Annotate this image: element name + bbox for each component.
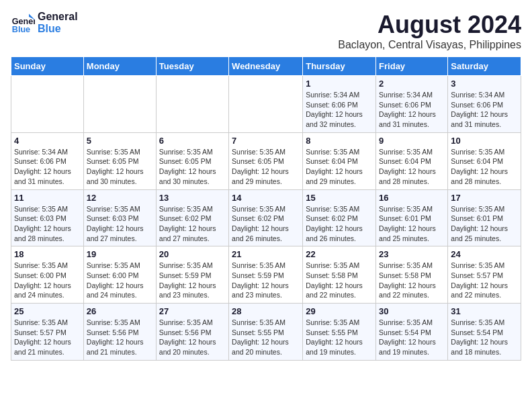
day-cell: 21Sunrise: 5:35 AM Sunset: 5:59 PM Dayli…: [229, 246, 303, 304]
day-cell: 6Sunrise: 5:35 AM Sunset: 6:05 PM Daylig…: [156, 132, 228, 189]
day-info: Sunrise: 5:35 AM Sunset: 6:05 PM Dayligh…: [232, 147, 300, 187]
day-info: Sunrise: 5:34 AM Sunset: 6:06 PM Dayligh…: [451, 90, 518, 130]
day-number: 23: [379, 249, 445, 259]
day-info: Sunrise: 5:35 AM Sunset: 6:05 PM Dayligh…: [159, 147, 226, 187]
day-info: Sunrise: 5:35 AM Sunset: 5:55 PM Dayligh…: [306, 318, 373, 357]
day-cell: 16Sunrise: 5:35 AM Sunset: 6:01 PM Dayli…: [376, 189, 448, 246]
day-cell: 22Sunrise: 5:35 AM Sunset: 5:58 PM Dayli…: [303, 246, 376, 304]
day-number: 20: [159, 249, 226, 259]
day-cell: 20Sunrise: 5:35 AM Sunset: 5:59 PM Dayli…: [156, 246, 228, 304]
day-number: 26: [87, 306, 153, 316]
day-number: 28: [232, 306, 300, 316]
day-cell: 15Sunrise: 5:35 AM Sunset: 6:02 PM Dayli…: [303, 189, 376, 246]
day-number: 19: [87, 249, 153, 259]
day-cell: 13Sunrise: 5:35 AM Sunset: 6:02 PM Dayli…: [156, 189, 228, 246]
week-row-5: 25Sunrise: 5:35 AM Sunset: 5:57 PM Dayli…: [11, 304, 521, 361]
day-number: 1: [306, 79, 373, 89]
day-cell: 24Sunrise: 5:35 AM Sunset: 5:57 PM Dayli…: [448, 246, 521, 304]
day-info: Sunrise: 5:35 AM Sunset: 6:01 PM Dayligh…: [379, 204, 445, 244]
day-number: 6: [159, 136, 226, 146]
day-cell: 9Sunrise: 5:35 AM Sunset: 6:04 PM Daylig…: [376, 132, 448, 189]
day-number: 18: [14, 249, 81, 259]
day-number: 13: [159, 193, 226, 203]
header-friday: Friday: [376, 57, 448, 76]
day-info: Sunrise: 5:35 AM Sunset: 6:05 PM Dayligh…: [87, 147, 153, 187]
day-number: 16: [379, 193, 445, 203]
day-info: Sunrise: 5:35 AM Sunset: 6:03 PM Dayligh…: [14, 204, 81, 244]
day-number: 8: [306, 136, 373, 146]
day-cell: [83, 76, 156, 133]
day-number: 21: [232, 249, 300, 259]
day-cell: [11, 76, 84, 133]
day-info: Sunrise: 5:34 AM Sunset: 6:06 PM Dayligh…: [306, 90, 373, 130]
day-cell: 31Sunrise: 5:35 AM Sunset: 5:54 PM Dayli…: [448, 304, 521, 361]
logo-line1: General: [38, 11, 78, 23]
day-info: Sunrise: 5:35 AM Sunset: 6:01 PM Dayligh…: [451, 204, 518, 244]
day-number: 22: [306, 249, 373, 259]
day-cell: 30Sunrise: 5:35 AM Sunset: 5:54 PM Dayli…: [376, 304, 448, 361]
day-number: 24: [451, 249, 518, 259]
day-info: Sunrise: 5:35 AM Sunset: 6:02 PM Dayligh…: [306, 204, 373, 244]
day-info: Sunrise: 5:35 AM Sunset: 6:02 PM Dayligh…: [232, 204, 300, 244]
logo: General Blue General Blue: [11, 11, 78, 35]
day-info: Sunrise: 5:35 AM Sunset: 5:57 PM Dayligh…: [451, 261, 518, 300]
day-info: Sunrise: 5:35 AM Sunset: 6:04 PM Dayligh…: [306, 147, 373, 187]
day-number: 7: [232, 136, 300, 146]
day-number: 12: [87, 193, 153, 203]
day-cell: 18Sunrise: 5:35 AM Sunset: 6:00 PM Dayli…: [11, 246, 84, 304]
day-cell: 10Sunrise: 5:35 AM Sunset: 6:04 PM Dayli…: [448, 132, 521, 189]
day-info: Sunrise: 5:35 AM Sunset: 6:03 PM Dayligh…: [87, 204, 153, 244]
day-cell: [156, 76, 228, 133]
day-info: Sunrise: 5:35 AM Sunset: 5:56 PM Dayligh…: [87, 318, 153, 357]
day-cell: 12Sunrise: 5:35 AM Sunset: 6:03 PM Dayli…: [83, 189, 156, 246]
day-cell: 27Sunrise: 5:35 AM Sunset: 5:56 PM Dayli…: [156, 304, 228, 361]
day-number: 9: [379, 136, 445, 146]
day-cell: 23Sunrise: 5:35 AM Sunset: 5:58 PM Dayli…: [376, 246, 448, 304]
calendar-table: SundayMondayTuesdayWednesdayThursdayFrid…: [11, 56, 521, 361]
day-info: Sunrise: 5:35 AM Sunset: 5:55 PM Dayligh…: [232, 318, 300, 357]
day-number: 17: [451, 193, 518, 203]
day-cell: 1Sunrise: 5:34 AM Sunset: 6:06 PM Daylig…: [303, 76, 376, 133]
day-cell: 14Sunrise: 5:35 AM Sunset: 6:02 PM Dayli…: [229, 189, 303, 246]
day-cell: 26Sunrise: 5:35 AM Sunset: 5:56 PM Dayli…: [83, 304, 156, 361]
day-info: Sunrise: 5:35 AM Sunset: 6:04 PM Dayligh…: [379, 147, 445, 187]
header-wednesday: Wednesday: [229, 57, 303, 76]
day-info: Sunrise: 5:34 AM Sunset: 6:06 PM Dayligh…: [14, 147, 81, 187]
day-info: Sunrise: 5:35 AM Sunset: 5:59 PM Dayligh…: [159, 261, 226, 300]
header-saturday: Saturday: [448, 57, 521, 76]
day-cell: 25Sunrise: 5:35 AM Sunset: 5:57 PM Dayli…: [11, 304, 84, 361]
day-number: 11: [14, 193, 81, 203]
week-row-2: 4Sunrise: 5:34 AM Sunset: 6:06 PM Daylig…: [11, 132, 521, 189]
header-monday: Monday: [83, 57, 156, 76]
day-number: 14: [232, 193, 300, 203]
week-row-4: 18Sunrise: 5:35 AM Sunset: 6:00 PM Dayli…: [11, 246, 521, 304]
title-area: August 2024 Baclayon, Central Visayas, P…: [338, 11, 521, 51]
day-info: Sunrise: 5:35 AM Sunset: 5:58 PM Dayligh…: [379, 261, 445, 300]
day-number: 31: [451, 306, 518, 316]
header-sunday: Sunday: [11, 57, 84, 76]
week-row-3: 11Sunrise: 5:35 AM Sunset: 6:03 PM Dayli…: [11, 189, 521, 246]
day-info: Sunrise: 5:35 AM Sunset: 5:58 PM Dayligh…: [306, 261, 373, 300]
day-cell: 11Sunrise: 5:35 AM Sunset: 6:03 PM Dayli…: [11, 189, 84, 246]
header-thursday: Thursday: [303, 57, 376, 76]
day-number: 27: [159, 306, 226, 316]
day-info: Sunrise: 5:35 AM Sunset: 5:57 PM Dayligh…: [14, 318, 81, 357]
day-info: Sunrise: 5:35 AM Sunset: 5:59 PM Dayligh…: [232, 261, 300, 300]
calendar-header-row: SundayMondayTuesdayWednesdayThursdayFrid…: [11, 57, 521, 76]
day-cell: 2Sunrise: 5:34 AM Sunset: 6:06 PM Daylig…: [376, 76, 448, 133]
day-info: Sunrise: 5:35 AM Sunset: 5:56 PM Dayligh…: [159, 318, 226, 357]
day-cell: 29Sunrise: 5:35 AM Sunset: 5:55 PM Dayli…: [303, 304, 376, 361]
main-title: August 2024: [338, 11, 521, 39]
day-info: Sunrise: 5:35 AM Sunset: 6:00 PM Dayligh…: [14, 261, 81, 300]
logo-line2: Blue: [38, 23, 78, 35]
week-row-1: 1Sunrise: 5:34 AM Sunset: 6:06 PM Daylig…: [11, 76, 521, 133]
day-cell: 4Sunrise: 5:34 AM Sunset: 6:06 PM Daylig…: [11, 132, 84, 189]
day-cell: 19Sunrise: 5:35 AM Sunset: 6:00 PM Dayli…: [83, 246, 156, 304]
day-cell: 3Sunrise: 5:34 AM Sunset: 6:06 PM Daylig…: [448, 76, 521, 133]
day-number: 29: [306, 306, 373, 316]
header-tuesday: Tuesday: [156, 57, 228, 76]
day-info: Sunrise: 5:35 AM Sunset: 6:04 PM Dayligh…: [451, 147, 518, 187]
day-number: 5: [87, 136, 153, 146]
day-number: 4: [14, 136, 81, 146]
day-info: Sunrise: 5:35 AM Sunset: 5:54 PM Dayligh…: [451, 318, 518, 357]
